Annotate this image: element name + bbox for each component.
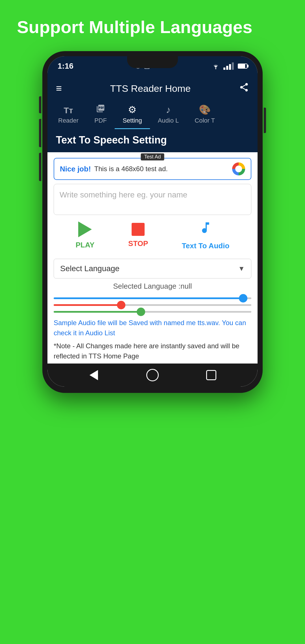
tab-pdf-label: PDF bbox=[94, 117, 107, 124]
share-button[interactable] bbox=[239, 82, 249, 95]
tab-reader-label: Reader bbox=[58, 117, 79, 124]
tab-pdf[interactable]: PDF bbox=[86, 101, 115, 129]
status-right bbox=[211, 62, 247, 70]
phone-screen: 1:16 ⚙ ▣ bbox=[47, 56, 258, 387]
speed-slider[interactable] bbox=[54, 297, 251, 299]
app-bar: ≡ TTS Reader Home bbox=[47, 76, 258, 101]
volume-slider[interactable] bbox=[54, 311, 251, 313]
selected-language-text: Selected Language :null bbox=[54, 282, 251, 291]
play-button[interactable]: PLAY bbox=[76, 221, 95, 249]
silent-button bbox=[39, 153, 41, 181]
reader-icon: Tт bbox=[64, 106, 73, 115]
musical-note-icon bbox=[199, 221, 213, 238]
tab-setting-label: Setting bbox=[123, 117, 142, 124]
tab-color-label: Color T bbox=[195, 117, 215, 124]
ad-nice-job: Nice job! bbox=[60, 165, 91, 173]
stop-icon bbox=[132, 223, 145, 236]
notch bbox=[127, 56, 178, 68]
tab-setting[interactable]: ⚙ Setting bbox=[115, 101, 150, 129]
slider-container bbox=[54, 297, 251, 313]
audio-icon: ♪ bbox=[166, 104, 171, 115]
stop-button[interactable]: STOP bbox=[128, 223, 148, 248]
volume-up-button bbox=[39, 96, 41, 113]
signal-icon bbox=[223, 62, 234, 70]
tab-audio[interactable]: ♪ Audio L bbox=[150, 101, 187, 129]
audio-save-info: Sample Audio file will be Saved with nam… bbox=[54, 318, 251, 338]
tab-reader[interactable]: Tт Reader bbox=[50, 103, 86, 129]
ad-text: This is a 468x60 test ad. bbox=[94, 165, 232, 173]
status-time: 1:16 bbox=[58, 62, 73, 71]
tab-audio-label: Audio L bbox=[158, 117, 179, 124]
stop-label: STOP bbox=[128, 239, 148, 248]
hamburger-menu-button[interactable]: ≡ bbox=[56, 82, 62, 94]
tab-color[interactable]: 🎨 Color T bbox=[187, 101, 223, 129]
recents-icon bbox=[206, 370, 216, 380]
setting-icon: ⚙ bbox=[128, 104, 136, 115]
playback-controls: PLAY STOP Text To Audi bbox=[59, 221, 246, 250]
note-info: *Note - All Changes made here are instan… bbox=[54, 341, 251, 361]
audio-label: Text To Audio bbox=[182, 242, 230, 250]
speed-slider-thumb[interactable] bbox=[239, 294, 247, 303]
nav-back-button[interactable] bbox=[87, 368, 101, 382]
ad-logo bbox=[232, 162, 245, 175]
dropdown-arrow-icon: ▼ bbox=[238, 265, 245, 273]
wifi-icon bbox=[211, 63, 221, 69]
play-label: PLAY bbox=[76, 241, 95, 249]
volume-slider-thumb[interactable] bbox=[137, 308, 145, 316]
pdf-icon bbox=[96, 104, 105, 115]
text-to-audio-button[interactable]: Text To Audio bbox=[182, 221, 230, 250]
pitch-slider-thumb[interactable] bbox=[117, 301, 125, 309]
battery-icon bbox=[238, 64, 247, 69]
svg-point-0 bbox=[215, 68, 216, 69]
page-headline: Support Multiple Languages bbox=[0, 0, 305, 48]
tabs-bar: Tт Reader PDF ⚙ Setting bbox=[47, 101, 258, 129]
text-input-area[interactable]: Write something here eg. your name bbox=[54, 184, 251, 215]
play-icon bbox=[78, 221, 92, 237]
main-content: Test Ad Nice job! This is a 468x60 test … bbox=[47, 158, 258, 361]
pitch-slider[interactable] bbox=[54, 304, 251, 306]
app-bar-title: TTS Reader Home bbox=[110, 83, 191, 94]
back-icon bbox=[90, 370, 98, 380]
content-title: Text To Speech Setting bbox=[56, 134, 249, 146]
volume-down-button bbox=[39, 119, 41, 147]
language-select-dropdown[interactable]: Select Language ▼ bbox=[54, 259, 251, 279]
ad-label: Test Ad bbox=[141, 153, 164, 160]
nav-home-button[interactable] bbox=[146, 368, 159, 382]
phone-frame: 1:16 ⚙ ▣ bbox=[42, 51, 263, 393]
ad-banner: Test Ad Nice job! This is a 468x60 test … bbox=[54, 158, 251, 180]
nav-recents-button[interactable] bbox=[204, 368, 218, 382]
language-select-label: Select Language bbox=[60, 264, 119, 273]
content-header: Text To Speech Setting bbox=[47, 129, 258, 152]
text-input-placeholder: Write something here eg. your name bbox=[60, 190, 187, 199]
power-button bbox=[264, 108, 266, 133]
home-icon bbox=[146, 369, 159, 381]
bottom-nav bbox=[47, 364, 258, 387]
color-icon: 🎨 bbox=[199, 104, 211, 115]
